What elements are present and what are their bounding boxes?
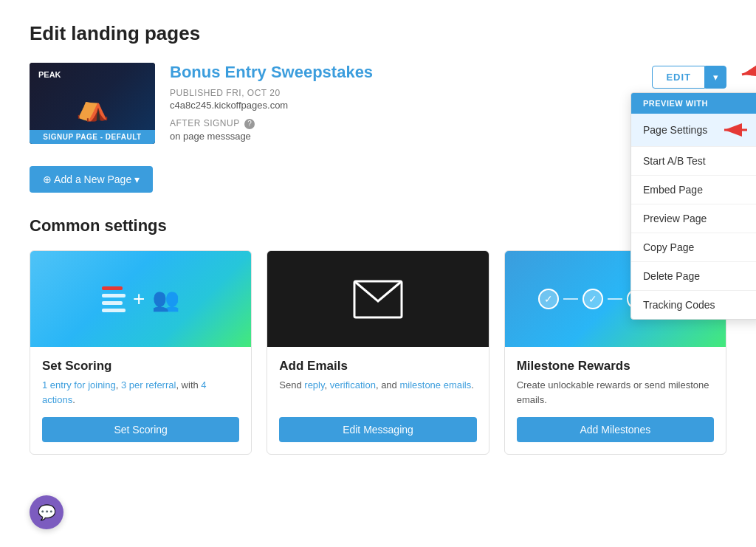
- card-milestones-desc: Create unlockable rewards or send milest…: [517, 378, 714, 407]
- thumbnail-tent-icon: ⛺: [76, 92, 109, 123]
- set-scoring-button[interactable]: Set Scoring: [42, 417, 239, 442]
- edit-btn-container: EDIT ▾ PREVIEW WITH Page Settings: [652, 63, 726, 89]
- envelope-icon: [352, 279, 404, 320]
- card-scoring-title: Set Scoring: [42, 359, 239, 374]
- page-title: Edit landing pages: [30, 22, 726, 45]
- add-new-page-label: ⊕ Add a New Page ▾: [43, 173, 140, 185]
- emails-link-milestone: milestone emails: [399, 379, 471, 391]
- card-emails: Add Emails Send reply, verification, and…: [267, 250, 489, 455]
- help-icon[interactable]: ?: [244, 119, 255, 129]
- edit-button[interactable]: EDIT: [652, 66, 705, 89]
- dropdown-menu: PREVIEW WITH Page Settings Start A/B Tes…: [630, 92, 756, 320]
- card-emails-body: Add Emails Send reply, verification, and…: [267, 347, 488, 454]
- card-milestones-title: Milestone Rewards: [517, 359, 714, 374]
- campaign-row: PEAK ⛺ SIGNUP PAGE - DEFAULT Bonus Entry…: [30, 63, 726, 144]
- list-line-red: [102, 286, 123, 290]
- campaign-name: Bonus Entry Sweepstakes: [170, 63, 637, 82]
- scoring-icon-group: + 👥: [102, 286, 179, 312]
- dropdown-item-ab-test[interactable]: Start A/B Test: [631, 147, 756, 176]
- card-scoring-body: Set Scoring 1 entry for joining, 3 per r…: [30, 347, 251, 454]
- red-arrow-icon: [736, 60, 756, 89]
- thumbnail-logo: PEAK: [38, 70, 61, 79]
- edit-messaging-button[interactable]: Edit Messaging: [279, 417, 476, 442]
- cards-row: + 👥 Set Scoring 1 entry for joining, 3 p…: [30, 250, 726, 455]
- list-line-3: [102, 309, 126, 312]
- card-scoring: + 👥 Set Scoring 1 entry for joining, 3 p…: [30, 250, 252, 455]
- dropdown-item-tracking-codes[interactable]: Tracking Codes: [631, 291, 756, 319]
- emails-link-reply: reply: [304, 379, 324, 391]
- step-circle-1: ✓: [538, 289, 559, 309]
- step-line-2: [608, 298, 622, 300]
- step-circle-2: ✓: [583, 289, 603, 309]
- list-line-1: [102, 294, 126, 297]
- edit-btn-group: EDIT ▾: [652, 66, 726, 89]
- campaign-info: Bonus Entry Sweepstakes PUBLISHED FRI, O…: [170, 63, 637, 142]
- svg-line-1: [742, 67, 756, 75]
- campaign-url: c4a8c245.kickoffpages.com: [170, 100, 637, 111]
- dropdown-item-preview-page[interactable]: Preview Page: [631, 204, 756, 233]
- campaign-after-signup-label: AFTER SIGNUP ?: [170, 118, 637, 129]
- dropdown-item-copy-page[interactable]: Copy Page: [631, 233, 756, 262]
- list-icon: [102, 286, 126, 312]
- campaign-thumbnail: PEAK ⛺ SIGNUP PAGE - DEFAULT: [30, 63, 155, 144]
- plus-icon: +: [133, 287, 145, 311]
- chat-bubble-button[interactable]: 💬: [30, 495, 63, 529]
- scoring-link-3per: 3 per referral: [121, 379, 176, 391]
- card-emails-title: Add Emails: [279, 359, 476, 374]
- campaign-after-signup-value: on page messsage: [170, 131, 637, 142]
- campaign-published: PUBLISHED FRI, OCT 20: [170, 88, 637, 98]
- card-emails-desc: Send reply, verification, and milestone …: [279, 378, 476, 407]
- people-icon: 👥: [152, 286, 179, 312]
- thumbnail-label: SIGNUP PAGE - DEFAULT: [30, 130, 155, 144]
- add-new-page-button[interactable]: ⊕ Add a New Page ▾: [30, 166, 153, 193]
- card-emails-image: [267, 251, 488, 347]
- card-scoring-desc: 1 entry for joining, 3 per referral, wit…: [42, 378, 239, 407]
- scoring-link-1entry: 1 entry for joining: [42, 379, 116, 391]
- card-scoring-image: + 👥: [30, 251, 251, 347]
- dropdown-item-embed-page[interactable]: Embed Page: [631, 176, 756, 204]
- card-milestones-body: Milestone Rewards Create unlockable rewa…: [505, 347, 726, 454]
- add-milestones-button[interactable]: Add Milestones: [517, 417, 714, 442]
- edit-dropdown-button[interactable]: ▾: [705, 66, 726, 89]
- common-settings-title: Common settings: [30, 216, 726, 235]
- red-arrow-2-icon: [721, 122, 751, 138]
- step-line-1: [563, 298, 578, 300]
- chat-bubble-icon: 💬: [38, 503, 56, 521]
- dropdown-header: PREVIEW WITH: [631, 93, 756, 114]
- list-line-2: [102, 301, 123, 305]
- dropdown-item-delete-page[interactable]: Delete Page: [631, 262, 756, 291]
- emails-link-verification: verification: [330, 379, 376, 391]
- dropdown-item-page-settings[interactable]: Page Settings: [631, 114, 756, 147]
